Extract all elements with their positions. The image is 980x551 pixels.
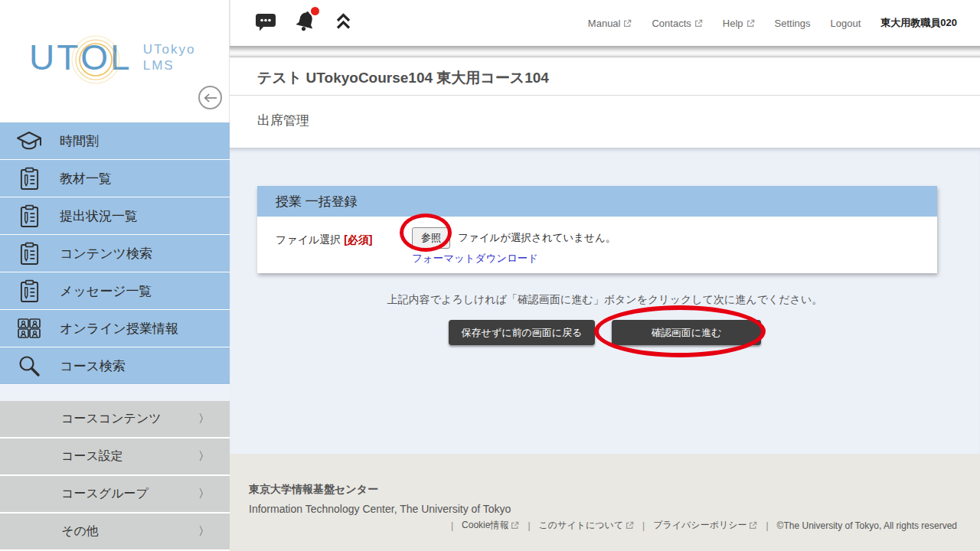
magnifier-icon — [15, 354, 43, 377]
top-bar-links: Manual Contacts Help Settings Logout 東大用… — [588, 16, 957, 30]
sidebar-collapse-button[interactable] — [198, 86, 222, 109]
footer-org-ja: 東京大学情報基盤センター — [249, 483, 957, 497]
sidebar-item-materials[interactable]: 教材一覧 — [0, 160, 230, 197]
external-link-icon — [746, 19, 755, 28]
browse-button[interactable]: 参照 — [412, 227, 450, 249]
panel-title: 授業 一括登録 — [257, 186, 937, 217]
sidebar: UT OL UTokyo LMS — [0, 0, 230, 551]
sidebar-item-label: 時間割 — [60, 132, 99, 150]
clipboard-icon — [15, 167, 43, 191]
page-title: 出席管理 — [230, 96, 980, 148]
help-link[interactable]: Help — [723, 18, 755, 29]
privacy-policy-link[interactable]: プライバシーポリシー — [653, 519, 757, 532]
chevron-right-icon: 〉 — [198, 487, 210, 501]
instruction-text: 上記内容でよろしければ「確認画面に進む」ボタンをクリックして次に進んでください。 — [230, 293, 980, 307]
notification-badge — [311, 7, 319, 15]
contacts-link[interactable]: Contacts — [652, 18, 702, 29]
action-buttons: 保存せずに前の画面に戻る 確認画面に進む — [230, 320, 980, 345]
utol-logo-subtitle: UTokyo LMS — [143, 41, 196, 74]
sidebar-item-messages[interactable]: メッセージ一覧 — [0, 272, 230, 310]
format-download-link[interactable]: フォーマットダウンロード — [412, 252, 538, 266]
about-site-link[interactable]: このサイトについて — [539, 519, 635, 532]
course-title: テスト UTokyoCourse104 東大用コース104 — [230, 57, 980, 96]
copyright-text: ©The University of Tokyo, All rights res… — [777, 520, 957, 531]
top-bar: Manual Contacts Help Settings Logout 東大用… — [230, 0, 980, 46]
utol-logo: UT OL UTokyo LMS — [29, 37, 195, 78]
sidebar-item-label: コース検索 — [60, 357, 126, 375]
main-area: Manual Contacts Help Settings Logout 東大用… — [230, 0, 980, 551]
sidebar-item-timetable[interactable]: 時間割 — [0, 122, 230, 160]
clipboard-icon — [15, 242, 43, 266]
clipboard-icon — [15, 204, 43, 228]
chat-icon[interactable] — [255, 12, 276, 34]
sidebar-item-label: コンテンツ検索 — [60, 245, 152, 262]
footer-links: | Cookie情報 | このサイトについて | プライバシーポリシー | ©T… — [249, 519, 957, 532]
sidebar-item-others[interactable]: その他 〉 — [0, 514, 230, 551]
back-without-saving-button[interactable]: 保存せずに前の画面に戻る — [449, 320, 595, 345]
page-header: テスト UTokyoCourse104 東大用コース104 出席管理 — [230, 57, 980, 148]
no-file-selected-text: ファイルが選択されていません。 — [458, 231, 616, 245]
cookie-info-link[interactable]: Cookie情報 — [462, 519, 519, 532]
chevron-right-icon: 〉 — [198, 412, 210, 426]
user-name: 東大用教職員020 — [880, 16, 957, 30]
collapse-up-icon[interactable] — [335, 11, 352, 34]
sidebar-item-label: 提出状況一覧 — [60, 207, 138, 225]
footer-org-en: Information Technology Center, The Unive… — [249, 503, 957, 515]
graduation-cap-icon — [15, 130, 43, 152]
logo-letter-l: L — [110, 37, 132, 78]
sidebar-item-submission-status[interactable]: 提出状況一覧 — [0, 197, 230, 235]
external-link-icon — [623, 19, 632, 28]
sidebar-item-label: メッセージ一覧 — [60, 282, 152, 300]
settings-link[interactable]: Settings — [775, 18, 811, 29]
sidebar-group-gap — [0, 385, 230, 401]
chevron-right-icon: 〉 — [198, 524, 210, 539]
sidebar-item-content-search[interactable]: コンテンツ検索 — [0, 235, 230, 272]
panel-body: ファイル選択 [必須] 参照 ファイルが選択されていません。 フォーマットダウン… — [257, 217, 937, 273]
page-footer: 東京大学情報基盤センター Information Technology Cent… — [230, 454, 980, 551]
sidebar-logo-area: UT OL UTokyo LMS — [0, 0, 230, 122]
sidebar-item-online-class-info[interactable]: オンライン授業情報 — [0, 310, 230, 347]
bulk-register-panel: 授業 一括登録 ファイル選択 [必須] 参照 ファイルが選択されていません。 フ… — [257, 186, 937, 273]
sidebar-item-course-settings[interactable]: コース設定 〉 — [0, 439, 230, 476]
file-select-label: ファイル選択 [必須] — [276, 223, 412, 266]
external-link-icon — [511, 521, 519, 530]
arrow-left-icon — [203, 92, 218, 104]
header-divider-strip — [230, 46, 980, 57]
utol-logo-text: UT OL — [29, 37, 132, 78]
sidebar-item-course-search[interactable]: コース検索 — [0, 347, 230, 385]
required-badge: [必須] — [344, 233, 372, 246]
content-area: 授業 一括登録 ファイル選択 [必須] 参照 ファイルが選択されていません。 フ… — [230, 148, 980, 454]
external-link-icon — [749, 521, 757, 530]
sidebar-item-course-contents[interactable]: コースコンテンツ 〉 — [0, 401, 230, 439]
external-link-icon — [626, 521, 634, 530]
manual-link[interactable]: Manual — [588, 18, 632, 29]
logout-link[interactable]: Logout — [831, 18, 861, 29]
sidebar-item-label: オンライン授業情報 — [60, 320, 178, 337]
chevron-right-icon: 〉 — [198, 449, 210, 464]
sidebar-item-course-group[interactable]: コースグループ 〉 — [0, 476, 230, 514]
notification-bell-icon[interactable] — [293, 9, 318, 37]
clipboard-icon — [15, 279, 43, 303]
file-select-control: 参照 ファイルが選択されていません。 フォーマットダウンロード — [412, 223, 616, 266]
sidebar-item-label: 教材一覧 — [60, 170, 112, 187]
logo-letter-o: O — [80, 37, 110, 78]
external-link-icon — [694, 19, 703, 28]
video-grid-icon — [15, 318, 43, 339]
proceed-to-confirm-button[interactable]: 確認画面に進む — [612, 320, 761, 345]
top-bar-icons — [255, 9, 352, 37]
logo-letters-ut: UT — [29, 37, 80, 78]
